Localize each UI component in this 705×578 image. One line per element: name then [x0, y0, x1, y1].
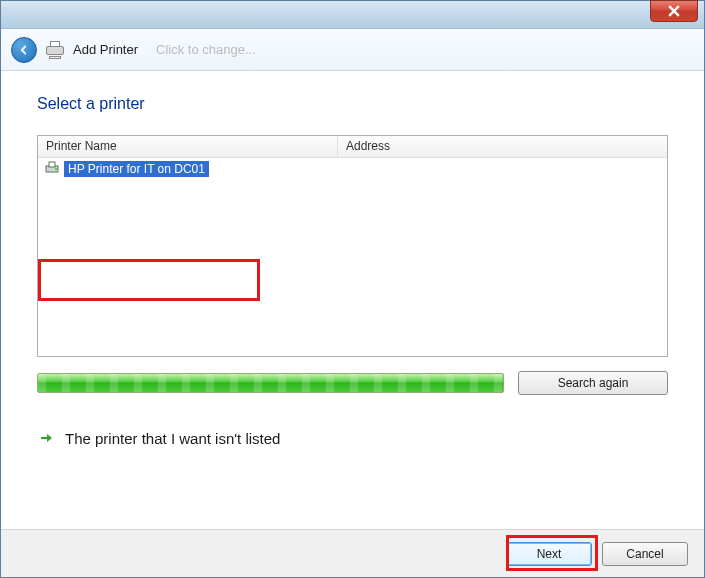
content-area: Select a printer Printer Name Address HP… [1, 71, 704, 457]
titlebar [1, 1, 704, 29]
cancel-button[interactable]: Cancel [602, 542, 688, 566]
page-heading: Select a printer [37, 95, 668, 113]
search-progress-bar [37, 373, 504, 393]
list-header: Printer Name Address [38, 136, 667, 158]
close-icon [668, 5, 680, 17]
header-ghost-text: Click to change... [156, 42, 256, 57]
arrow-right-icon [37, 429, 55, 447]
next-button[interactable]: Next [506, 542, 592, 566]
back-arrow-icon [17, 43, 31, 57]
wizard-header: Add Printer Click to change... [1, 29, 704, 71]
network-printer-icon [44, 161, 60, 177]
printer-not-listed-label: The printer that I want isn't listed [65, 430, 280, 447]
printer-list[interactable]: Printer Name Address HP Printer for IT o… [37, 135, 668, 357]
header-title: Add Printer [73, 42, 138, 57]
back-button[interactable] [11, 37, 37, 63]
printer-row[interactable]: HP Printer for IT on DC01 [38, 158, 667, 180]
search-again-button[interactable]: Search again [518, 371, 668, 395]
column-header-address[interactable]: Address [338, 136, 667, 157]
close-button[interactable] [650, 0, 698, 22]
svg-point-2 [55, 168, 57, 170]
column-header-name[interactable]: Printer Name [38, 136, 338, 157]
footer: Next Cancel [1, 529, 704, 577]
add-printer-window: Add Printer Click to change... Select a … [0, 0, 705, 578]
printer-row-name: HP Printer for IT on DC01 [64, 161, 209, 177]
printer-icon [45, 41, 65, 59]
printer-not-listed-link[interactable]: The printer that I want isn't listed [37, 429, 668, 447]
progress-row: Search again [37, 371, 668, 395]
svg-rect-1 [49, 162, 55, 167]
